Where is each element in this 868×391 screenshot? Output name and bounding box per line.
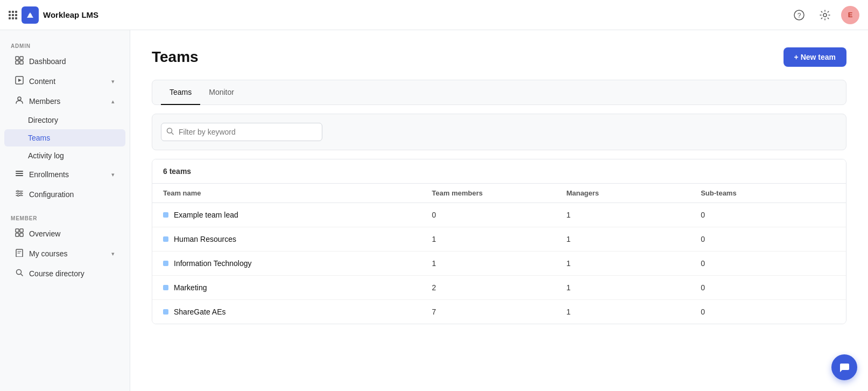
chevron-down-icon: ▾ [111, 171, 115, 178]
svg-rect-20 [20, 233, 23, 236]
team-name: Example team lead [174, 211, 238, 219]
team-dot [163, 236, 168, 242]
svg-point-22 [17, 270, 22, 275]
team-subteams-count: 0 [701, 283, 835, 292]
team-subteams-count: 0 [701, 211, 835, 219]
table-row[interactable]: Information Technology 1 1 0 [152, 252, 846, 276]
sidebar-item-label: Overview [29, 229, 60, 238]
teams-count: 6 teams [152, 159, 846, 184]
team-name: Human Resources [174, 235, 236, 243]
app-logo [22, 6, 39, 24]
team-managers-count: 1 [566, 211, 701, 219]
col-header-name: Team name [163, 189, 432, 197]
chat-bubble-button[interactable] [831, 354, 857, 380]
team-managers-count: 1 [566, 259, 701, 268]
sidebar-item-configuration[interactable]: Configuration [4, 185, 125, 204]
team-name: Information Technology [174, 259, 252, 268]
settings-button[interactable] [815, 5, 835, 25]
team-name: Marketing [174, 283, 207, 292]
sidebar-item-label: My courses [29, 249, 68, 258]
team-members-count: 7 [432, 308, 567, 316]
svg-point-16 [18, 195, 19, 197]
svg-marker-9 [18, 79, 22, 82]
sidebar-item-label: Course directory [29, 269, 84, 278]
page-title: Teams [152, 48, 199, 66]
sidebar: ADMIN Dashboard Content ▾ Members ▴ Dire… [0, 30, 130, 391]
svg-rect-18 [20, 229, 23, 232]
page-header: Teams + New team [152, 47, 846, 67]
configuration-icon [15, 189, 24, 200]
content-icon [15, 76, 24, 87]
svg-rect-19 [16, 233, 19, 236]
sidebar-item-label: Content [29, 77, 55, 86]
team-name-cell: Marketing [163, 283, 432, 292]
sidebar-item-overview[interactable]: Overview [4, 224, 125, 243]
sidebar-item-content[interactable]: Content ▾ [4, 72, 125, 91]
table-row[interactable]: ShareGate AEs 7 1 0 [152, 300, 846, 324]
team-members-count: 1 [432, 259, 567, 268]
sidebar-item-members[interactable]: Members ▴ [4, 92, 125, 111]
sidebar-item-label: Dashboard [29, 57, 66, 66]
search-wrap [161, 123, 322, 141]
team-name-cell: Example team lead [163, 211, 432, 219]
admin-section-label: ADMIN [0, 39, 130, 51]
sidebar-item-dashboard[interactable]: Dashboard [4, 52, 125, 71]
table-row[interactable]: Human Resources 1 1 0 [152, 227, 846, 252]
team-subteams-count: 0 [701, 308, 835, 316]
tabs-container: Teams Monitor [152, 80, 846, 105]
tab-teams[interactable]: Teams [161, 80, 200, 105]
topnav-actions: ? E [789, 5, 859, 25]
svg-rect-4 [16, 57, 19, 60]
help-button[interactable]: ? [789, 5, 809, 25]
svg-point-15 [20, 193, 22, 194]
sidebar-item-activity-log[interactable]: Activity log [4, 147, 125, 164]
filter-bar [152, 114, 846, 150]
search-icon [15, 268, 24, 279]
team-name-cell: Information Technology [163, 259, 432, 268]
table-row[interactable]: Marketing 2 1 0 [152, 276, 846, 300]
team-subteams-count: 0 [701, 259, 835, 268]
new-team-button[interactable]: + New team [784, 47, 846, 67]
col-header-subteams: Sub-teams [701, 189, 835, 197]
overview-icon [15, 228, 24, 239]
table-header: Team name Team members Managers Sub-team… [152, 184, 846, 203]
svg-rect-11 [16, 171, 23, 172]
svg-point-10 [18, 97, 21, 100]
tab-monitor[interactable]: Monitor [200, 80, 243, 105]
team-managers-count: 1 [566, 235, 701, 243]
search-icon [166, 128, 174, 137]
svg-rect-6 [16, 61, 19, 64]
svg-point-3 [823, 13, 827, 17]
top-navigation: Workleap LMS ? E [0, 0, 868, 30]
sidebar-item-directory[interactable]: Directory [4, 111, 125, 129]
table-body: Example team lead 0 1 0 Human Resources … [152, 203, 846, 324]
team-members-count: 2 [432, 283, 567, 292]
svg-rect-7 [20, 61, 23, 64]
sidebar-item-enrollments[interactable]: Enrollments ▾ [4, 165, 125, 184]
team-dot [163, 261, 168, 266]
table-row[interactable]: Example team lead 0 1 0 [152, 203, 846, 227]
user-avatar[interactable]: E [841, 6, 859, 24]
logo-area: Workleap LMS [9, 6, 783, 24]
sidebar-item-label: Members [29, 97, 60, 106]
svg-text:?: ? [798, 11, 801, 19]
teams-table-card: 6 teams Team name Team members Managers … [152, 159, 846, 324]
team-managers-count: 1 [566, 308, 701, 316]
keyword-filter-input[interactable] [161, 123, 322, 141]
my-courses-icon [15, 248, 24, 259]
sidebar-item-my-courses[interactable]: My courses ▾ [4, 244, 125, 263]
team-members-count: 1 [432, 235, 567, 243]
col-header-members: Team members [432, 189, 567, 197]
grid-apps-icon[interactable] [9, 11, 17, 19]
team-dot [163, 309, 168, 315]
team-name: ShareGate AEs [174, 308, 226, 316]
sidebar-item-teams[interactable]: Teams [4, 129, 125, 146]
svg-point-23 [167, 128, 172, 133]
sidebar-item-label: Teams [28, 134, 50, 142]
members-icon [15, 96, 24, 107]
team-managers-count: 1 [566, 283, 701, 292]
chevron-down-icon: ▾ [111, 78, 115, 85]
col-header-managers: Managers [566, 189, 701, 197]
chevron-up-icon: ▴ [111, 98, 115, 105]
sidebar-item-course-directory[interactable]: Course directory [4, 264, 125, 283]
